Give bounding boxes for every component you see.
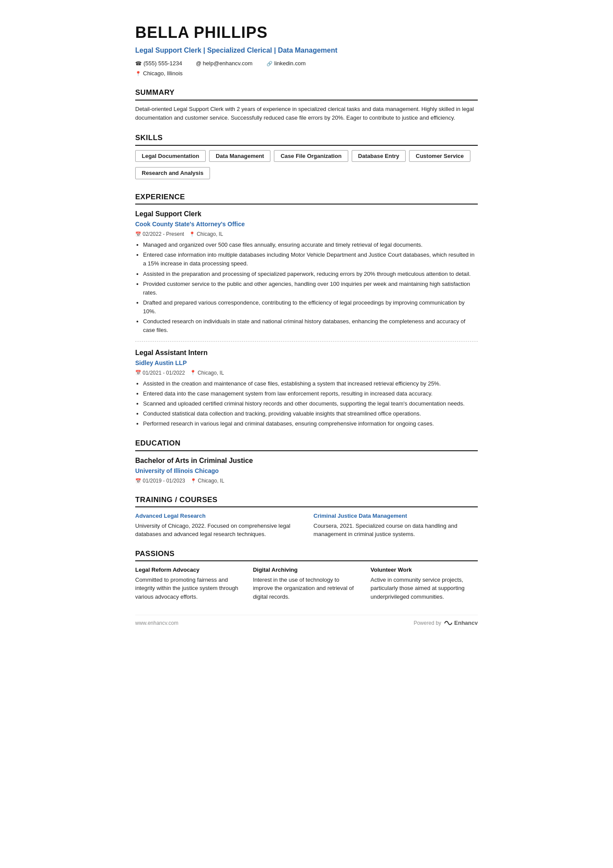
passion-3-desc: Active in community service projects, pa… — [370, 576, 478, 601]
location-text: Chicago, Illinois — [143, 69, 183, 78]
job-1-bullets: Managed and organized over 500 case file… — [135, 241, 478, 335]
location-contact: Chicago, Illinois — [135, 69, 478, 78]
job-2-meta: 01/2021 - 01/2022 Chicago, IL — [135, 369, 478, 377]
candidate-name: BELLA PHILLIPS — [135, 21, 478, 44]
edu-location: Chicago, IL — [190, 477, 224, 485]
bullet-item: Conducted research on individuals in sta… — [143, 317, 478, 335]
header-contacts: (555) 555-1234 help@enhancv.com linkedin… — [135, 59, 478, 68]
job-1-company: Cook County State's Attorney's Office — [135, 220, 478, 229]
job-1-meta: 02/2022 - Present Chicago, IL — [135, 230, 478, 238]
passion-item-1: Legal Reform Advocacy Committed to promo… — [135, 566, 243, 601]
edu-dates: 01/2019 - 01/2023 — [135, 477, 185, 485]
experience-section: EXPERIENCE Legal Support Clerk Cook Coun… — [135, 191, 478, 429]
passion-2-title: Digital Archiving — [253, 566, 360, 574]
edu-institution: University of Illinois Chicago — [135, 466, 478, 476]
job-1: Legal Support Clerk Cook County State's … — [135, 209, 478, 335]
edu-degree: Bachelor of Arts in Criminal Justice — [135, 456, 478, 466]
passion-1-desc: Committed to promoting fairness and inte… — [135, 576, 243, 601]
job-1-title: Legal Support Clerk — [135, 209, 478, 219]
bullet-item: Entered case information into multiple d… — [143, 251, 478, 268]
linkedin-url: linkedin.com — [274, 59, 306, 68]
skill-research-analysis: Research and Analysis — [135, 167, 210, 179]
training-2-desc: Coursera, 2021. Specialized course on da… — [313, 522, 478, 539]
email-icon — [196, 60, 201, 67]
pin-icon — [189, 231, 195, 238]
candidate-title: Legal Support Clerk | Specialized Cleric… — [135, 45, 478, 56]
training-2-title: Criminal Justice Data Management — [313, 512, 478, 520]
training-title: TRAINING / COURSES — [135, 494, 478, 508]
bullet-item: Entered data into the case management sy… — [143, 389, 478, 398]
edu-meta: 01/2019 - 01/2023 Chicago, IL — [135, 477, 478, 485]
email-contact: help@enhancv.com — [196, 59, 253, 68]
job-2-title: Legal Assistant Intern — [135, 348, 478, 358]
training-item-2: Criminal Justice Data Management Courser… — [313, 512, 478, 539]
passions-section: PASSIONS Legal Reform Advocacy Committed… — [135, 548, 478, 601]
passion-3-title: Volunteer Work — [370, 566, 478, 574]
summary-title: SUMMARY — [135, 87, 478, 101]
passion-item-3: Volunteer Work Active in community servi… — [370, 566, 478, 601]
skill-customer-service: Customer Service — [409, 150, 470, 162]
link-icon — [267, 60, 273, 67]
enhancv-logo: Enhancv — [444, 619, 478, 627]
skills-title: SKILLS — [135, 132, 478, 146]
bullet-item: Scanned and uploaded certified criminal … — [143, 399, 478, 408]
job-1-location: Chicago, IL — [189, 230, 223, 238]
footer-website: www.enhancv.com — [135, 619, 178, 627]
page-footer: www.enhancv.com Powered by Enhancv — [135, 615, 478, 627]
experience-title: EXPERIENCE — [135, 191, 478, 205]
education-section: EDUCATION Bachelor of Arts in Criminal J… — [135, 438, 478, 485]
calendar-icon — [135, 369, 141, 376]
bullet-item: Provided customer service to the public … — [143, 280, 478, 297]
calendar-icon — [135, 478, 141, 484]
bullet-item: Drafted and prepared various corresponde… — [143, 298, 478, 316]
skill-data-management: Data Management — [209, 150, 270, 162]
bullet-item: Assisted in the preparation and processi… — [143, 270, 478, 278]
linkedin-contact: linkedin.com — [267, 59, 306, 68]
training-item-1: Advanced Legal Research University of Ch… — [135, 512, 300, 539]
job-2-location: Chicago, IL — [190, 369, 224, 377]
skill-database-entry: Database Entry — [352, 150, 406, 162]
training-section: TRAINING / COURSES Advanced Legal Resear… — [135, 494, 478, 539]
passion-1-title: Legal Reform Advocacy — [135, 566, 243, 574]
job-2: Legal Assistant Intern Sidley Austin LLP… — [135, 348, 478, 429]
job-2-bullets: Assisted in the creation and maintenance… — [135, 379, 478, 429]
phone-number: (555) 555-1234 — [143, 59, 182, 68]
pin-icon — [190, 478, 197, 484]
email-address: help@enhancv.com — [203, 59, 253, 68]
location-icon — [135, 69, 141, 78]
training-1-desc: University of Chicago, 2022. Focused on … — [135, 522, 300, 539]
education-title: EDUCATION — [135, 438, 478, 451]
bullet-item: Managed and organized over 500 case file… — [143, 241, 478, 249]
bullet-item: Assisted in the creation and maintenance… — [143, 379, 478, 388]
resume-page: BELLA PHILLIPS Legal Support Clerk | Spe… — [111, 0, 502, 645]
footer-brand: Powered by Enhancv — [413, 619, 478, 627]
job-2-company: Sidley Austin LLP — [135, 359, 478, 368]
phone-contact: (555) 555-1234 — [135, 59, 182, 68]
job-2-dates: 01/2021 - 01/2022 — [135, 369, 185, 377]
passion-2-desc: Interest in the use of technology to imp… — [253, 576, 360, 601]
skills-list: Legal Documentation Data Management Case… — [135, 150, 478, 182]
calendar-icon — [135, 231, 141, 238]
passion-item-2: Digital Archiving Interest in the use of… — [253, 566, 360, 601]
training-grid: Advanced Legal Research University of Ch… — [135, 512, 478, 539]
passions-grid: Legal Reform Advocacy Committed to promo… — [135, 566, 478, 601]
skill-legal-documentation: Legal Documentation — [135, 150, 206, 162]
bullet-item: Conducted statistical data collection an… — [143, 409, 478, 418]
phone-icon — [135, 60, 142, 67]
enhancv-logo-svg — [444, 620, 453, 626]
skill-case-file-organization: Case File Organization — [274, 150, 348, 162]
experience-divider — [135, 341, 478, 342]
summary-section: SUMMARY Detail-oriented Legal Support Cl… — [135, 87, 478, 123]
summary-text: Detail-oriented Legal Support Clerk with… — [135, 105, 478, 123]
job-1-dates: 02/2022 - Present — [135, 230, 184, 238]
header: BELLA PHILLIPS Legal Support Clerk | Spe… — [135, 21, 478, 77]
passions-title: PASSIONS — [135, 548, 478, 562]
pin-icon — [190, 369, 196, 376]
skills-section: SKILLS Legal Documentation Data Manageme… — [135, 132, 478, 182]
bullet-item: Performed research in various legal and … — [143, 419, 478, 428]
training-1-title: Advanced Legal Research — [135, 512, 300, 520]
powered-by-label: Powered by — [413, 619, 441, 627]
